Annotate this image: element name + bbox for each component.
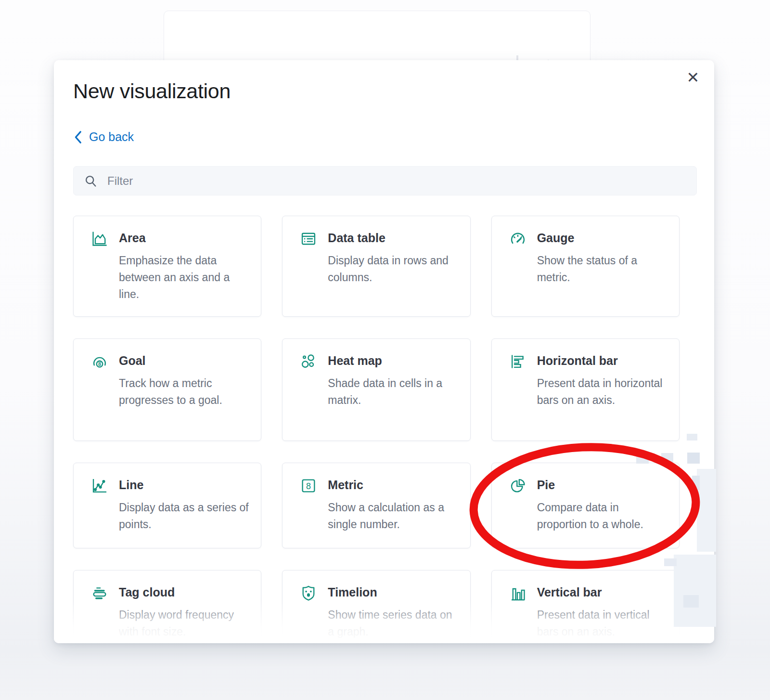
viz-card-pie[interactable]: Pie Compare data in proportion to a whol… — [491, 463, 680, 548]
viz-card-description: Show time series data on a graph. — [328, 607, 458, 640]
viz-card-heat-map[interactable]: Heat map Shade data in cells in a matrix… — [282, 338, 470, 441]
goal-icon: 8 — [91, 353, 108, 370]
viz-card-description: Track how a metric progresses to a goal. — [119, 375, 249, 409]
screenshot-root: { "modal": { "title": "New visualization… — [0, 0, 770, 700]
viz-card-title: Timelion — [328, 583, 458, 601]
tag-cloud-icon — [91, 584, 108, 602]
viz-card-title: Goal — [119, 352, 249, 369]
new-visualization-modal: ✕ New visualization Go back Area Emphasi… — [54, 60, 714, 643]
viz-card-description: Emphasize the data between an axis and a… — [119, 252, 249, 303]
metric-icon: 8 — [300, 477, 317, 494]
line-chart-icon — [91, 477, 108, 494]
viz-card-title: Horizontal bar — [537, 352, 667, 369]
data-table-icon — [300, 230, 317, 247]
viz-card-gauge[interactable]: Gauge Show the status of a metric. — [491, 216, 680, 317]
viz-card-title: Heat map — [328, 352, 458, 369]
heat-map-icon — [300, 353, 317, 370]
svg-text:8: 8 — [306, 481, 311, 491]
viz-card-description: Show a calculation as a single number. — [328, 499, 458, 533]
vertical-bar-icon — [509, 584, 526, 602]
viz-card-metric[interactable]: 8 Metric Show a calculation as a single … — [282, 463, 470, 548]
chevron-left-icon — [74, 130, 83, 144]
viz-card-description: Display data as a series of points. — [119, 499, 249, 533]
viz-card-tag-cloud[interactable]: Tag cloud Display word frequency with fo… — [73, 570, 261, 643]
area-chart-icon — [91, 230, 108, 247]
viz-card-data-table[interactable]: Data table Display data in rows and colu… — [282, 216, 470, 317]
visualization-card-grid: Area Emphasize the data between an axis … — [73, 216, 680, 643]
viz-card-description: Compare data in proportion to a whole. — [537, 499, 667, 533]
viz-card-title: Area — [119, 229, 249, 246]
svg-text:8: 8 — [98, 361, 101, 367]
viz-card-title: Gauge — [537, 229, 667, 246]
viz-card-description: Present data in horizontal bars on an ax… — [537, 375, 667, 409]
viz-card-goal[interactable]: 8 Goal Track how a metric progresses to … — [73, 338, 261, 441]
viz-card-description: Shade data in cells in a matrix. — [328, 375, 458, 409]
viz-card-line[interactable]: Line Display data as a series of points. — [73, 463, 261, 548]
close-icon[interactable]: ✕ — [682, 67, 704, 88]
search-input[interactable] — [106, 166, 696, 195]
viz-card-area[interactable]: Area Emphasize the data between an axis … — [73, 216, 261, 317]
go-back-link[interactable]: Go back — [74, 130, 134, 144]
viz-card-description: Show the status of a metric. — [537, 252, 667, 286]
viz-card-description: Display word frequency with font size. — [119, 607, 249, 640]
viz-card-title: Vertical bar — [537, 583, 667, 601]
viz-card-title: Line — [119, 476, 249, 493]
go-back-label: Go back — [89, 130, 134, 144]
pie-chart-icon — [509, 477, 526, 494]
viz-card-title: Data table — [328, 229, 458, 246]
viz-card-horizontal-bar[interactable]: Horizontal bar Present data in horizonta… — [491, 338, 680, 441]
viz-card-description: Display data in rows and columns. — [328, 252, 458, 286]
viz-card-title: Metric — [328, 476, 458, 493]
viz-card-timelion[interactable]: Timelion Show time series data on a grap… — [282, 570, 470, 643]
gauge-icon — [509, 230, 526, 247]
filter-search-box — [73, 166, 697, 195]
timelion-icon — [300, 584, 317, 602]
horizontal-bar-icon — [509, 353, 526, 370]
search-icon — [84, 174, 98, 188]
page-title: New visualization — [73, 79, 231, 103]
viz-card-title: Pie — [537, 476, 667, 493]
viz-card-vertical-bar[interactable]: Vertical bar Present data in vertical ba… — [491, 570, 680, 643]
viz-card-description: Present data in vertical bars on an axis… — [537, 607, 667, 640]
viz-card-title: Tag cloud — [119, 583, 249, 601]
